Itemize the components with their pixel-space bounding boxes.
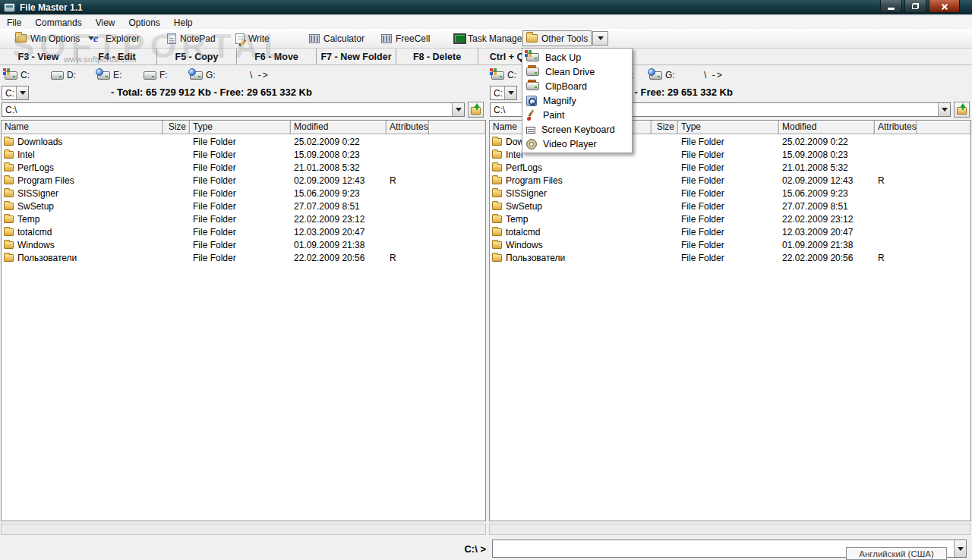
file-name: Temp <box>17 214 39 225</box>
root-arrow-label[interactable]: \ -> <box>704 70 724 80</box>
folder-icon <box>492 203 502 210</box>
column-header-modified[interactable]: Modified <box>779 121 875 134</box>
file-row[interactable]: totalcmdFile Folder12.03.2009 20:47 <box>490 225 970 238</box>
folder-icon <box>492 241 502 249</box>
chevron-down-icon[interactable] <box>938 103 950 116</box>
task-manager-icon <box>453 33 464 43</box>
menu-file[interactable]: File <box>0 17 28 29</box>
clean-drive-icon <box>526 68 539 76</box>
file-name: SISSigner <box>506 188 547 199</box>
write-icon <box>235 33 245 44</box>
file-row[interactable]: TempFile Folder22.02.2009 23:12 <box>2 212 485 225</box>
drive-windows-icon <box>5 71 17 80</box>
file-row[interactable]: Program FilesFile Folder02.09.2009 12:43… <box>2 174 485 187</box>
write-button[interactable]: Write <box>232 30 273 46</box>
file-name: Пользователи <box>17 253 77 263</box>
menu-view[interactable]: View <box>89 17 122 29</box>
f5-copy-button[interactable]: F5 - Copy <box>157 49 237 64</box>
chevron-down-icon[interactable] <box>504 87 516 99</box>
file-row[interactable]: Program FilesFile Folder02.09.2009 12:43… <box>490 174 970 187</box>
folder-icon <box>4 151 14 159</box>
column-header-type[interactable]: Type <box>678 121 779 134</box>
drive-button-G[interactable]: G: <box>190 70 232 80</box>
freecell-button[interactable]: FreeCell <box>378 30 433 46</box>
menu-item-clipboard[interactable]: ClipBoard <box>522 79 632 93</box>
menu-item-back-up[interactable]: Back Up <box>522 50 632 64</box>
f3-view-button[interactable]: F3 - View <box>0 49 77 64</box>
file-modified: 27.07.2009 8:51 <box>779 201 875 212</box>
f8-delete-button[interactable]: F8 - Delete <box>396 49 478 64</box>
menu-options[interactable]: Options <box>122 17 167 29</box>
drive-label: G: <box>206 70 216 80</box>
file-row[interactable]: ПользователиFile Folder22.02.2009 20:56R <box>490 251 970 264</box>
menu-item-screen-keyboard[interactable]: Screen Keyboard <box>522 122 632 137</box>
menu-commands[interactable]: Commands <box>28 17 88 29</box>
file-row[interactable]: PerfLogsFile Folder21.01.2008 5:32 <box>490 161 970 174</box>
drive-button-E[interactable]: E: <box>97 70 139 80</box>
folder-up-icon <box>957 107 967 115</box>
drive-button-G[interactable]: G: <box>649 70 686 80</box>
file-row[interactable]: DownloadsFile Folder25.02.2009 0:22 <box>2 135 485 148</box>
up-folder-button[interactable] <box>468 102 484 118</box>
calculator-icon <box>309 34 320 43</box>
column-header-attributes[interactable]: Attributes <box>387 121 429 134</box>
file-row[interactable]: IntelFile Folder15.09.2008 0:23 <box>2 148 485 161</box>
column-header-type[interactable]: Type <box>190 121 291 134</box>
drive-selector[interactable]: C: <box>490 86 517 100</box>
chevron-down-icon[interactable] <box>954 540 966 557</box>
other-tools-button[interactable]: Other Tools <box>522 30 592 46</box>
root-arrow-label[interactable]: \ -> <box>250 70 270 80</box>
file-row[interactable]: totalcmdFile Folder12.03.2009 20:47 <box>2 225 485 238</box>
restore-button[interactable] <box>904 0 926 13</box>
menu-item-clean-drive[interactable]: Clean Drive <box>522 64 632 79</box>
file-type: File Folder <box>678 162 779 173</box>
file-row[interactable]: SwSetupFile Folder27.07.2009 8:51 <box>2 200 485 212</box>
drive-button-C[interactable]: C: <box>5 70 46 80</box>
file-row[interactable]: SwSetupFile Folder27.07.2009 8:51 <box>490 200 970 212</box>
notepad-button[interactable]: NotePad <box>164 30 219 46</box>
minimize-button[interactable] <box>880 0 902 13</box>
folder-icon <box>4 216 14 223</box>
file-type: File Folder <box>190 137 291 147</box>
explorer-button[interactable]: Explorer <box>87 30 143 46</box>
chevron-down-icon[interactable] <box>16 87 28 99</box>
file-type: File Folder <box>678 137 779 147</box>
folder-icon <box>4 241 14 249</box>
close-button[interactable] <box>929 0 960 13</box>
drive-button-D[interactable]: D: <box>51 70 93 80</box>
folder-icon <box>492 254 502 262</box>
f7-new-folder-button[interactable]: F7 - New Folder <box>317 49 396 64</box>
file-name: PerfLogs <box>506 162 542 173</box>
other-tools-dropdown-button[interactable] <box>592 31 608 46</box>
f6-move-button[interactable]: F6 - Move <box>237 49 317 64</box>
file-row[interactable]: SISSignerFile Folder15.06.2009 9:23 <box>490 187 970 200</box>
drive-button-F[interactable]: F: <box>144 70 185 80</box>
menu-item-video-player[interactable]: Video Player <box>522 137 632 151</box>
menu-item-paint[interactable]: Paint <box>522 108 632 122</box>
column-header-attributes[interactable]: Attributes <box>875 121 917 134</box>
menu-help[interactable]: Help <box>167 17 200 29</box>
chevron-down-icon[interactable] <box>452 103 464 116</box>
language-indicator[interactable]: Английский (США) <box>846 547 947 560</box>
win-options-button[interactable]: Win Options <box>12 30 97 46</box>
f4-edit-button[interactable]: F4 - Edit <box>77 49 157 64</box>
column-header-size[interactable]: Size <box>652 121 678 134</box>
column-header-name[interactable]: Name <box>2 121 163 134</box>
up-folder-button[interactable] <box>954 102 970 118</box>
file-row[interactable]: TempFile Folder22.02.2009 23:12 <box>490 212 970 225</box>
task-manager-button[interactable]: Task Manager <box>450 30 528 46</box>
column-header-modified[interactable]: Modified <box>291 121 387 134</box>
drive-selector[interactable]: C: <box>2 86 29 100</box>
path-input[interactable]: C:\ <box>2 102 465 117</box>
file-row[interactable]: SISSignerFile Folder15.06.2009 9:23 <box>2 187 485 200</box>
file-name: Downloads <box>17 137 62 147</box>
column-header-size[interactable]: Size <box>163 121 190 134</box>
file-row[interactable]: PerfLogsFile Folder21.01.2008 5:32 <box>2 161 485 174</box>
drive-icon <box>144 71 156 80</box>
file-row[interactable]: WindowsFile Folder01.09.2009 21:38 <box>490 238 970 251</box>
calculator-button[interactable]: Calculator <box>306 30 368 46</box>
file-name: PerfLogs <box>17 162 54 173</box>
file-row[interactable]: WindowsFile Folder01.09.2009 21:38 <box>2 238 485 251</box>
menu-item-magnify[interactable]: Magnify <box>522 93 632 108</box>
file-row[interactable]: ПользователиFile Folder22.02.2009 20:56R <box>2 251 485 264</box>
